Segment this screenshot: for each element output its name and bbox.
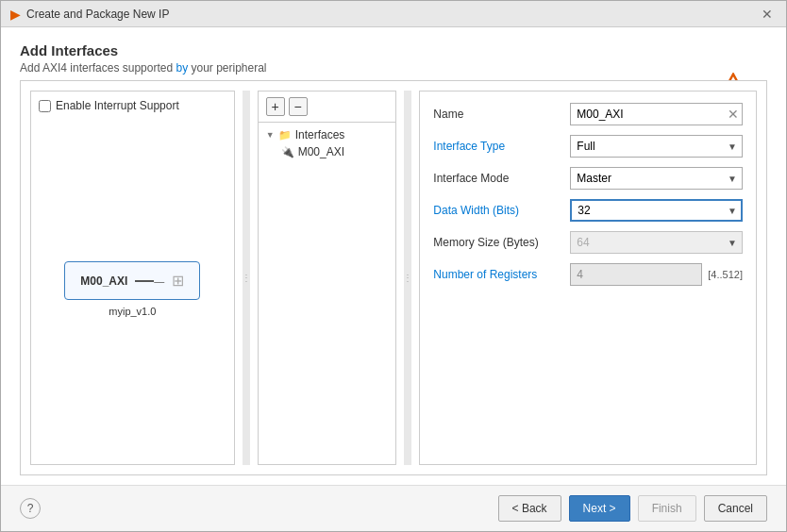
interface-mode-row: Interface Mode Master Slave ▼ [433,167,743,190]
interrupt-checkbox[interactable] [39,100,51,112]
name-label: Name [433,108,570,121]
number-registers-range: [4..512] [708,269,743,280]
interface-mode-label: Interface Mode [433,172,570,185]
memory-size-select-wrapper: 64 ▼ [570,231,743,254]
bottom-bar: ? < Back Next > Finish Cancel [1,485,786,531]
name-field-row: Name ✕ [433,103,743,125]
interrupt-row: Enable Interrupt Support [39,99,226,112]
interface-type-label: Interface Type [433,140,570,153]
bottom-left: ? [20,498,41,519]
finish-button[interactable]: Finish [638,495,696,522]
main-area: Enable Interrupt Support M00_AXI — ⊞ myi… [20,80,767,475]
memory-size-label: Memory Size (Bytes) [433,236,570,249]
data-width-select-wrapper: 32 64 128 256 ▼ [570,199,743,222]
remove-interface-button[interactable]: − [289,97,308,116]
diagram-area: M00_AXI — ⊞ myip_v1.0 [39,122,226,457]
title-text: Create and Package New IP [26,8,169,21]
middle-panel: + − ▼ 📁 Interfaces 🔌 M00_AXI [258,91,397,465]
ip-connector: — [135,275,164,287]
data-width-row: Data Width (Bits) 32 64 128 256 ▼ [433,199,743,222]
number-registers-label: Number of Registers [433,268,570,281]
page-header: Add Interfaces Add AXI4 interfaces suppo… [20,42,767,75]
interface-type-select[interactable]: Full Lite [570,135,743,158]
memory-size-select: 64 [570,231,743,254]
interface-mode-select[interactable]: Master Slave [570,167,743,190]
cancel-button[interactable]: Cancel [704,495,767,522]
ip-name-below: myip_v1.0 [109,306,156,317]
help-button[interactable]: ? [20,498,41,519]
data-width-select[interactable]: 32 64 128 256 [570,199,743,222]
add-interface-button[interactable]: + [266,97,285,116]
ip-block: M00_AXI — ⊞ [64,261,200,300]
interface-type-select-wrapper: Full Lite ▼ [570,135,743,158]
splitter-left[interactable]: ⋮ [243,91,250,465]
interface-type-row: Interface Type Full Lite ▼ [433,135,743,158]
interrupt-label: Enable Interrupt Support [56,99,179,112]
left-panel: Enable Interrupt Support M00_AXI — ⊞ myi… [30,91,235,465]
name-clear-button[interactable]: ✕ [728,108,739,121]
tree-child-m00axi[interactable]: 🔌 M00_AXI [266,145,389,158]
back-button[interactable]: < Back [498,495,561,522]
name-input[interactable] [570,103,743,125]
title-icon: ▶ [10,7,21,22]
close-button[interactable]: ✕ [758,7,777,22]
data-width-label: Data Width (Bits) [433,204,570,217]
number-registers-row: Number of Registers [4..512] [433,263,743,286]
tree-root: ▼ 📁 Interfaces [266,128,389,141]
bottom-right: < Back Next > Finish Cancel [498,495,767,522]
tree-child-icon: 🔌 [281,146,294,158]
next-button[interactable]: Next > [569,495,630,522]
number-registers-input[interactable] [570,263,702,286]
page-title: Add Interfaces [20,42,767,58]
title-bar: ▶ Create and Package New IP ✕ [1,1,786,27]
tree-root-icon: 📁 [278,129,292,141]
interface-mode-select-wrapper: Master Slave ▼ [570,167,743,190]
interfaces-tree: ▼ 📁 Interfaces 🔌 M00_AXI [259,123,396,464]
tree-collapse-icon: ▼ [266,130,275,140]
tree-root-label: Interfaces [295,128,345,141]
ip-grid-icon: ⊞ [172,272,184,290]
name-input-wrapper: ✕ [570,103,743,125]
ip-block-label: M00_AXI [80,274,127,288]
right-panel: Name ✕ Interface Type Full Lite [419,91,757,465]
memory-size-row: Memory Size (Bytes) 64 ▼ [433,231,743,254]
middle-toolbar: + − [259,91,396,123]
page-subtitle: Add AXI4 interfaces supported by your pe… [20,61,767,75]
splitter-right[interactable]: ⋮ [404,91,411,465]
tree-child-label: M00_AXI [298,145,344,158]
